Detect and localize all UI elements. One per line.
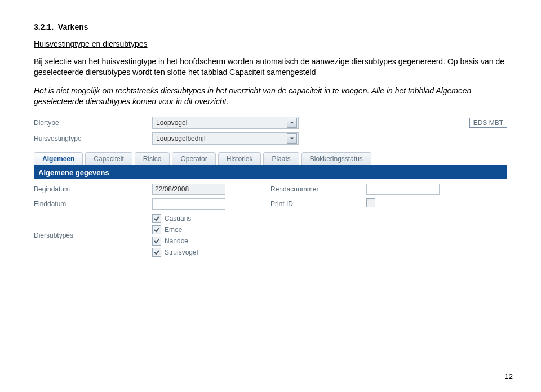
paragraph-1: Bij selectie van het huisvestingtype in … — [34, 56, 507, 78]
tab-plaats[interactable]: Plaats — [263, 152, 299, 165]
checkbox-checked-icon[interactable] — [152, 225, 161, 234]
section-header: Algemene gegevens — [34, 166, 507, 179]
paragraph-2: Het is niet mogelijk om rechtstreeks die… — [34, 86, 507, 107]
checkbox-checked-icon[interactable] — [152, 237, 161, 246]
checkbox-checked-icon[interactable] — [152, 248, 161, 257]
subtype-label: Casuaris — [165, 215, 191, 222]
tab-historiek[interactable]: Historiek — [218, 152, 261, 165]
subtype-label: Struisvogel — [165, 248, 198, 256]
huisvestingtype-value: Loopvogelbedrijf — [156, 135, 206, 142]
eds-mbt-box: EDS MBT — [469, 118, 507, 128]
huisvestingtype-label: Huisvestingtype — [34, 135, 152, 142]
tab-operator[interactable]: Operator — [172, 152, 215, 165]
subtype-row: Nandoe — [152, 235, 462, 247]
printid-checkbox[interactable] — [366, 198, 375, 207]
row-huisvestingtype: Huisvestingtype Loopvogelbedrijf — [34, 131, 507, 146]
printid-label: Print ID — [270, 200, 366, 208]
diertype-label: Diertype — [34, 119, 152, 127]
diertype-value: Loopvogel — [156, 119, 187, 127]
begindatum-label: Begindatum — [34, 185, 152, 193]
tab-blokkeringsstatus[interactable]: Blokkeringsstatus — [301, 152, 371, 165]
diersubtypes-list: CasuarisEmoeNandoeStruisvogel — [152, 213, 462, 258]
subtype-row: Emoe — [152, 224, 462, 235]
checkbox-checked-icon[interactable] — [152, 214, 161, 223]
rendacnummer-label: Rendacnummer — [270, 185, 366, 193]
begindatum-input[interactable] — [152, 184, 225, 195]
rendacnummer-input[interactable] — [366, 184, 440, 195]
tab-risico[interactable]: Risico — [135, 152, 170, 165]
fields-grid: Begindatum Rendacnummer Einddatum Print … — [34, 179, 507, 262]
chevron-down-icon — [287, 133, 297, 144]
subtype-label: Emoe — [165, 226, 182, 234]
section-title: Varkens — [58, 23, 88, 32]
row-diertype: Diertype Loopvogel EDS MBT — [34, 115, 507, 131]
einddatum-label: Einddatum — [34, 200, 152, 208]
tab-algemeen[interactable]: Algemeen — [34, 152, 83, 165]
tab-capaciteit[interactable]: Capaciteit — [85, 152, 132, 165]
diersubtypes-label: Diersubtypes — [34, 231, 152, 239]
tab-bar: AlgemeenCapaciteitRisicoOperatorHistorie… — [34, 152, 507, 166]
einddatum-input[interactable] — [152, 198, 225, 210]
section-number: 3.2.1. — [34, 23, 54, 32]
subtype-label: Nandoe — [165, 237, 188, 245]
huisvestingtype-select[interactable]: Loopvogelbedrijf — [152, 132, 299, 145]
subtype-row: Struisvogel — [152, 247, 462, 258]
diertype-select[interactable]: Loopvogel — [152, 117, 299, 129]
subtype-row: Casuaris — [152, 213, 462, 224]
subsection-title: Huisvestingtype en diersubtypes — [34, 39, 507, 48]
form-panel: Diertype Loopvogel EDS MBT Huisvestingty… — [34, 115, 507, 262]
chevron-down-icon — [287, 118, 297, 128]
section-heading: 3.2.1. Varkens — [34, 23, 507, 32]
